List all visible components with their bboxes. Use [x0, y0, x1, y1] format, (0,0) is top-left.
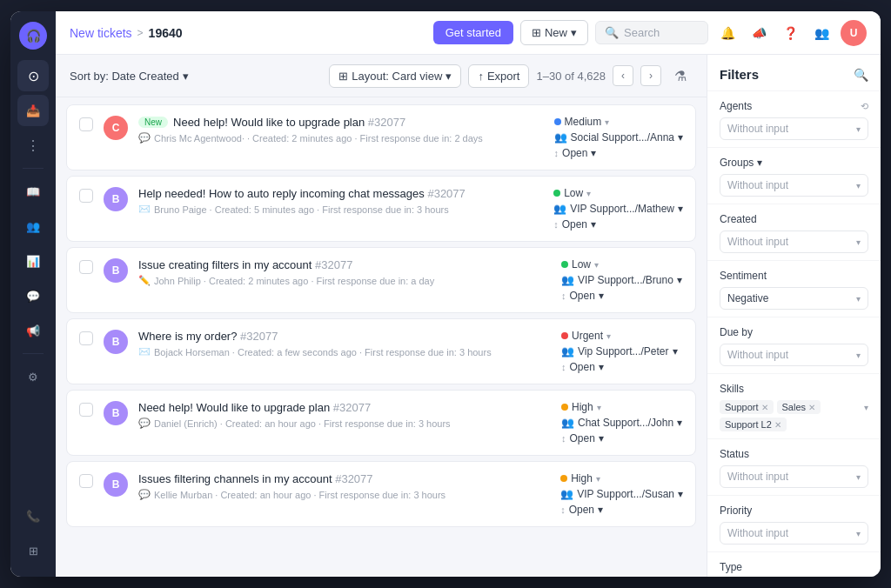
sidebar-item-reports[interactable]: 📊	[17, 245, 49, 277]
priority-select[interactable]: Without input ▾	[720, 522, 868, 545]
sidebar-item-book[interactable]: 📖	[17, 176, 49, 207]
phone-icon: 📞	[26, 510, 40, 523]
layout-button[interactable]: ⊞ Layout: Card view ▾	[329, 64, 461, 88]
sidebar-logo[interactable]: 🎧	[19, 22, 47, 50]
sentiment-select[interactable]: Negative ▾	[720, 287, 868, 310]
list-toolbar: Sort by: Date Created ▾ ⊞ Layout: Card v…	[56, 55, 707, 97]
sidebar-divider	[23, 168, 44, 169]
priority-dot-urgent	[561, 332, 568, 339]
message-icon: 💬	[138, 418, 151, 429]
agents-select[interactable]: Without input ▾	[720, 117, 868, 140]
sidebar-item-campaigns[interactable]: 📢	[17, 315, 49, 346]
priority-dot-low	[553, 190, 560, 197]
home-icon: ⊙	[28, 68, 39, 84]
search-bar[interactable]: 🔍 Search	[595, 21, 708, 44]
skill-tag-support-remove[interactable]: ✕	[761, 403, 768, 412]
table-row: C New Need help! Would like to upgrade p…	[66, 104, 696, 170]
ticket-checkbox[interactable]	[79, 474, 93, 488]
sidebar-bottom: 📞 ⊞	[17, 500, 49, 566]
priority-tag[interactable]: High ▾	[560, 472, 600, 484]
status-chevron-icon: ▾	[599, 361, 604, 373]
sidebar-item-more[interactable]: ⋮	[17, 130, 49, 161]
team-tag[interactable]: 👥 VIP Support.../Bruno ▾	[561, 274, 682, 286]
team-tag[interactable]: 👥 Vip Support.../Peter ▾	[561, 345, 678, 357]
sentiment-chevron-icon: ▾	[856, 294, 861, 304]
priority-tag[interactable]: Low ▾	[553, 187, 591, 199]
priority-tag[interactable]: Low ▾	[561, 258, 599, 271]
ticket-checkbox[interactable]	[79, 189, 93, 203]
status-tag[interactable]: ↕ Open ▾	[554, 147, 597, 159]
sidebar-item-settings[interactable]: ⚙	[17, 361, 49, 392]
sidebar-item-phone[interactable]: 📞	[17, 500, 49, 531]
ticket-title[interactable]: Need help! Would like to upgrade plan #3…	[138, 401, 371, 414]
ticket-checkbox[interactable]	[79, 117, 93, 131]
avatar: B	[104, 330, 128, 354]
team-tag[interactable]: 👥 Chat Support.../John ▾	[561, 417, 682, 429]
team-tag[interactable]: 👥 VIP Support.../Mathew ▾	[553, 203, 683, 215]
status-tag[interactable]: ↕ Open ▾	[560, 504, 603, 516]
ticket-title[interactable]: Issue creating filters in my account #32…	[138, 258, 352, 271]
alerts-icon[interactable]: 📣	[747, 21, 771, 45]
team-icon[interactable]: 👥	[809, 21, 834, 45]
sidebar-item-home[interactable]: ⊙	[17, 60, 49, 91]
sidebar-item-contacts[interactable]: 👥	[17, 210, 49, 242]
ticket-title[interactable]: Help needed! How to auto reply incoming …	[138, 187, 466, 200]
filters-header: Filters 🔍	[707, 55, 881, 91]
sidebar-item-grid[interactable]: ⊞	[17, 535, 49, 566]
skills-expand-icon[interactable]: ▾	[864, 403, 868, 412]
sidebar-item-inbox[interactable]: 📥	[17, 95, 49, 126]
ticket-checkbox[interactable]	[79, 403, 93, 417]
ticket-title[interactable]: Need help! Would like to upgrade plan #3…	[173, 116, 405, 129]
notifications-icon[interactable]: 🔔	[715, 21, 740, 45]
status-arrow-icon: ↕	[561, 433, 566, 444]
due-by-select[interactable]: Without input ▾	[720, 344, 868, 366]
priority-chevron-icon: ▾	[594, 260, 599, 270]
status-arrow-icon: ↕	[561, 362, 566, 372]
filter-label-groups: Groups ▾	[720, 157, 868, 169]
status-select[interactable]: Without input ▾	[720, 465, 868, 488]
priority-tag[interactable]: Urgent ▾	[561, 330, 611, 342]
ticket-title[interactable]: Where is my order? #32077	[138, 330, 278, 343]
skill-tag-sales-remove[interactable]: ✕	[808, 403, 815, 412]
filter-section-type: Type Without input ▾	[707, 552, 881, 577]
new-button-chevron: ▾	[571, 26, 577, 39]
avatar: B	[104, 187, 128, 211]
ticket-body: Issues filtering channels in my account …	[138, 472, 550, 500]
filters-search-icon[interactable]: 🔍	[854, 68, 868, 82]
email-icon: ✉️	[138, 346, 151, 357]
team-tag[interactable]: 👥 Social Support.../Anna ▾	[554, 131, 683, 144]
filter-icon[interactable]: ⚗	[668, 63, 693, 88]
sidebar-item-chat[interactable]: 💬	[17, 280, 49, 311]
help-icon[interactable]: ❓	[778, 21, 802, 45]
get-started-button[interactable]: Get started	[433, 21, 513, 44]
new-button-icon: ⊞	[532, 26, 541, 39]
team-chevron-icon: ▾	[677, 274, 682, 286]
created-select[interactable]: Without input ▾	[720, 231, 868, 253]
export-button[interactable]: ↑ Export	[468, 64, 529, 88]
team-tag[interactable]: 👥 VIP Support.../Susan ▾	[560, 488, 683, 500]
ticket-meta: ✉️ Bruno Paige · Created: 5 minutes ago …	[138, 204, 543, 215]
priority-tag[interactable]: High ▾	[561, 401, 601, 413]
team-icon: 👥	[554, 131, 567, 144]
groups-select[interactable]: Without input ▾	[720, 174, 868, 197]
priority-tag[interactable]: Medium ▾	[554, 116, 610, 128]
status-tag[interactable]: ↕ Open ▾	[561, 432, 604, 444]
ticket-body: Need help! Would like to upgrade plan #3…	[138, 401, 551, 429]
prev-page-button[interactable]: ‹	[613, 65, 633, 86]
filter-label-created: Created	[720, 213, 868, 225]
status-tag[interactable]: ↕ Open ▾	[561, 290, 604, 302]
avatar[interactable]: U	[841, 20, 867, 46]
ticket-title[interactable]: Issues filtering channels in my account …	[138, 472, 373, 485]
next-page-button[interactable]: ›	[640, 65, 661, 86]
status-tag[interactable]: ↕ Open ▾	[561, 361, 604, 373]
breadcrumb-link[interactable]: New tickets	[70, 26, 132, 40]
new-button[interactable]: ⊞ New ▾	[520, 20, 588, 45]
team-icon: 👥	[553, 203, 566, 215]
skill-tag-support-l2-remove[interactable]: ✕	[774, 420, 781, 430]
status-tag[interactable]: ↕ Open ▾	[553, 218, 596, 231]
ticket-checkbox[interactable]	[79, 260, 93, 274]
filters-panel: Filters 🔍 Agents ⟲ Without input ▾	[707, 55, 881, 577]
ticket-checkbox[interactable]	[79, 331, 93, 345]
sort-button[interactable]: Sort by: Date Created ▾	[70, 70, 189, 83]
priority-chevron-icon: ▾	[597, 403, 601, 412]
